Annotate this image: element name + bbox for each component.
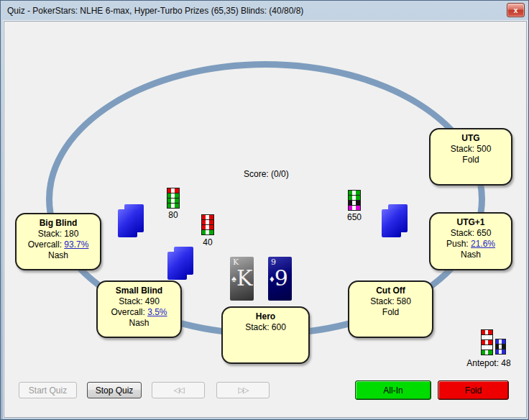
seat-name: Cut Off — [349, 286, 432, 296]
window-title: Quiz - PokerStars: NLHE 6-max, Hyper-Tur… — [7, 6, 303, 16]
seat-stack: Stack: 650 — [431, 228, 511, 239]
bet-amount-utg1: 650 — [340, 212, 369, 222]
seat-hero: Hero Stack: 600 — [221, 306, 310, 364]
seat-name: Small Blind — [98, 286, 180, 296]
forward-icon: ▷▷ — [239, 385, 248, 395]
seat-big-blind: Big Blind Stack: 180 Overcall: 93.7% Nas… — [15, 213, 101, 270]
seat-stack: Stack: 180 — [17, 229, 100, 239]
seat-action: Fold — [349, 307, 432, 318]
seat-utg1: UTG+1 Stack: 650 Push: 21.6% Nash — [429, 212, 512, 270]
hero-card-nine-diamonds: 9 ♦ 9 — [268, 257, 292, 301]
seat-small-blind: Small Blind Stack: 490 Overcall: 3.5% Na… — [96, 280, 182, 338]
seat-stack: Stack: 580 — [349, 296, 432, 307]
chip-stack-small-blind — [201, 215, 214, 235]
poker-chip — [481, 350, 493, 355]
seat-name: UTG — [431, 133, 511, 144]
card-back-icon — [167, 252, 187, 280]
hero-card-king-spades: K ♠ K — [230, 257, 254, 301]
seat-name: Big Blind — [17, 218, 100, 229]
rewind-icon: ◁◁ — [174, 385, 183, 395]
diamond-suit-icon: ♦ — [270, 273, 275, 284]
chip-stack-big-blind — [167, 188, 180, 209]
fold-button[interactable]: Fold — [438, 380, 509, 400]
seat-name: Hero — [223, 311, 308, 322]
seat-utg: UTG Stack: 500 Fold — [429, 128, 512, 186]
card-rank: 9 — [275, 268, 288, 289]
quiz-window: Quiz - PokerStars: NLHE 6-max, Hyper-Tur… — [0, 0, 529, 420]
spade-suit-icon: ♠ — [231, 273, 236, 284]
push-percent-link[interactable]: 21.6% — [471, 239, 495, 249]
seat-cutoff: Cut Off Stack: 580 Fold — [348, 280, 433, 338]
seat-stack: Stack: 490 — [98, 296, 180, 307]
all-in-button[interactable]: All-In — [355, 380, 431, 400]
antepot-label: Antepot: 48 — [459, 358, 518, 368]
card-back-icon — [118, 209, 137, 237]
bet-amount-small-blind: 40 — [193, 237, 222, 247]
seat-stack: Stack: 500 — [431, 144, 511, 155]
card-rank: K — [236, 268, 252, 289]
close-button[interactable]: x — [507, 3, 525, 17]
poker-chip — [495, 349, 506, 355]
seat-action: Push: 21.6% — [431, 239, 511, 250]
seat-note: Nash — [17, 250, 100, 261]
seat-action: Fold — [431, 155, 511, 165]
poker-chip — [167, 203, 180, 209]
forward-button[interactable]: ▷▷ — [216, 382, 270, 398]
stop-quiz-button[interactable]: Stop Quiz — [87, 382, 142, 398]
overcall-percent-link[interactable]: 3.5% — [147, 307, 167, 317]
poker-chip — [201, 229, 214, 235]
seat-action: Overcall: 93.7% — [17, 239, 100, 250]
seat-note: Nash — [431, 250, 511, 260]
close-icon: x — [514, 6, 518, 14]
overcall-percent-link[interactable]: 93.7% — [64, 239, 88, 250]
card-back-icon — [382, 209, 401, 237]
chip-stack-antepot-side — [495, 339, 506, 355]
chip-stack-utg1 — [348, 191, 361, 211]
rewind-button[interactable]: ◁◁ — [152, 382, 205, 398]
seat-note: Nash — [98, 318, 180, 329]
start-quiz-button[interactable]: Start Quiz — [19, 382, 77, 398]
chip-stack-antepot — [481, 330, 493, 355]
seat-name: UTG+1 — [431, 217, 511, 228]
poker-chip — [348, 205, 361, 211]
bet-amount-big-blind: 80 — [159, 210, 188, 220]
title-bar: Quiz - PokerStars: NLHE 6-max, Hyper-Tur… — [1, 1, 529, 21]
seat-action: Overcall: 3.5% — [98, 307, 180, 318]
seat-stack: Stack: 600 — [223, 322, 308, 333]
score-label: Score: (0/0) — [244, 169, 289, 179]
